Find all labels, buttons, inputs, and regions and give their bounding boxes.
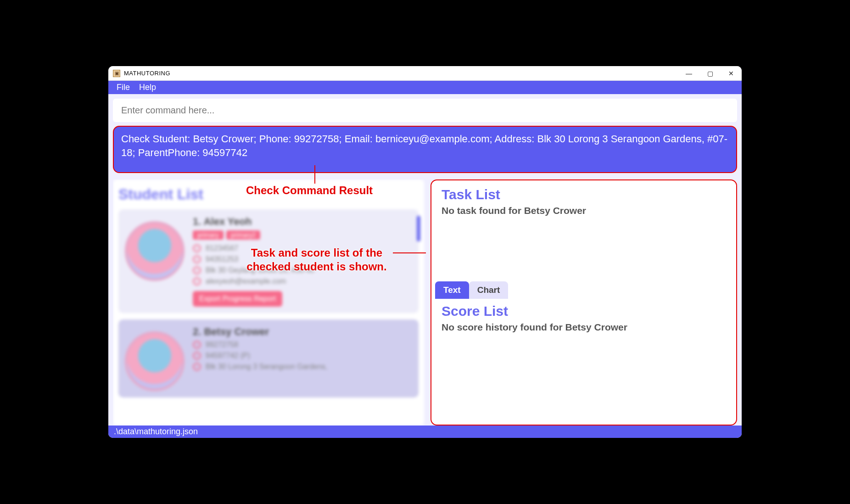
avatar	[125, 221, 185, 281]
scrollbar-thumb[interactable]	[417, 216, 420, 241]
student-list-panel: Student List 1. Alex Yeoh primary primar…	[113, 179, 424, 426]
minimize-button[interactable]: —	[678, 66, 699, 81]
score-list-empty-msg: No score history found for Betsy Crower	[442, 322, 726, 333]
titlebar: ▣ MATHUTORING — ▢ ✕	[108, 66, 742, 81]
tag: primary2	[226, 230, 260, 240]
tab-chart[interactable]: Chart	[469, 281, 509, 299]
command-input[interactable]	[113, 99, 737, 122]
student-card-1[interactable]: 1. Alex Yeoh primary primary2 81234567 9…	[118, 209, 419, 313]
status-path: .\data\mathutoring.json	[114, 427, 198, 436]
export-button[interactable]: Export Progress Report	[193, 291, 282, 307]
menu-help[interactable]: Help	[139, 83, 156, 92]
detail-panel: Task List No task found for Betsy Crower…	[431, 179, 737, 426]
avatar	[125, 331, 185, 391]
task-list-empty-msg: No task found for Betsy Crower	[442, 205, 726, 216]
close-button[interactable]: ✕	[721, 66, 742, 81]
maximize-button[interactable]: ▢	[699, 66, 721, 81]
tag: primary	[193, 230, 224, 240]
menubar: File Help	[108, 81, 742, 94]
student-card-2[interactable]: 2. Betsy Crower 99272758 94597742 (P) Bl…	[118, 319, 419, 398]
app-icon: ▣	[113, 70, 120, 77]
task-list-title: Task List	[442, 187, 726, 202]
email-icon	[193, 277, 201, 286]
student-list-title: Student List	[118, 186, 419, 203]
phone-icon	[193, 244, 201, 252]
phone-icon	[193, 255, 201, 263]
window-title: MATHUTORING	[124, 70, 170, 77]
address-icon	[193, 363, 201, 371]
phone-icon	[193, 341, 201, 349]
menu-file[interactable]: File	[117, 83, 130, 92]
status-bar: .\data\mathutoring.json	[108, 426, 742, 438]
phone-icon	[193, 352, 201, 360]
command-result: Check Student: Betsy Crower; Phone: 9927…	[113, 126, 737, 173]
tab-text[interactable]: Text	[435, 281, 469, 299]
score-list-title: Score List	[442, 303, 726, 319]
address-icon	[193, 266, 201, 274]
